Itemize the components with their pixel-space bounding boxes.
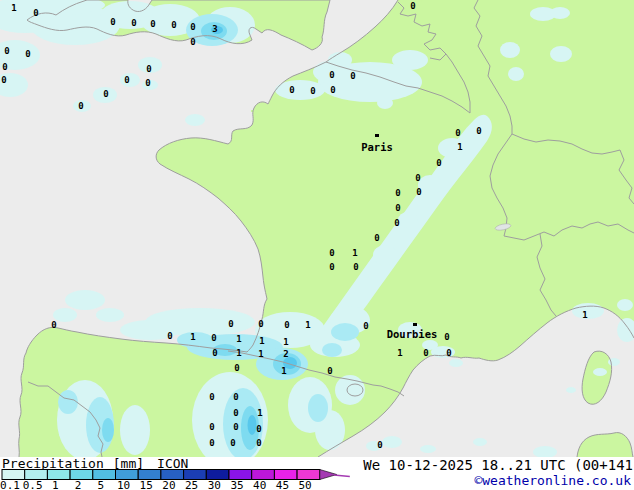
station-value: 0: [146, 64, 151, 74]
station-value: 2: [283, 349, 288, 359]
colorbar-tick-label: 15: [140, 479, 153, 490]
station-value: 0: [150, 19, 155, 29]
station-value: 1: [11, 3, 16, 13]
station-value: 1: [236, 334, 241, 344]
colorbar-tick-label: 10: [117, 479, 130, 490]
station-value: 0: [416, 187, 421, 197]
station-value: 1: [258, 349, 263, 359]
colorbar-tick-label: 1: [52, 479, 59, 490]
station-value: 1: [236, 348, 241, 358]
city-dot: [413, 323, 417, 326]
colorbar-segment: [47, 470, 70, 480]
legend-bar: Precipitation [mm] ICON 0.10.51251015202…: [0, 457, 634, 490]
station-value: 0: [446, 348, 451, 358]
station-value: 0: [377, 440, 382, 450]
station-value: 0: [410, 1, 415, 11]
station-value: 0: [190, 37, 195, 47]
station-value: 0: [1, 75, 6, 85]
station-value: 0: [211, 333, 216, 343]
station-value: 0: [329, 262, 334, 272]
station-value: 0: [476, 126, 481, 136]
station-value: 0: [395, 203, 400, 213]
station-value: 0: [209, 392, 214, 402]
colorbar-tick-label: 50: [298, 479, 311, 490]
station-value: 1: [283, 337, 288, 347]
station-value: 1: [305, 320, 310, 330]
station-value: 0: [33, 8, 38, 18]
station-value: 0: [329, 70, 334, 80]
station-value: 0: [230, 438, 235, 448]
station-value: 0: [310, 86, 315, 96]
station-value: 3: [212, 24, 217, 34]
station-value: 0: [110, 17, 115, 27]
colorbar-tick-label: 25: [185, 479, 198, 490]
station-value: 0: [394, 218, 399, 228]
station-value: 0: [124, 75, 129, 85]
station-value: 0: [234, 363, 239, 373]
colorbar-arrow-tail: [334, 475, 350, 477]
station-value: 0: [455, 128, 460, 138]
station-value: 0: [363, 321, 368, 331]
colorbar-tick-label: 40: [253, 479, 266, 490]
station-value: 0: [103, 89, 108, 99]
station-value: 1: [259, 336, 264, 346]
colorbar-tick-label: 5: [97, 479, 104, 490]
station-value: 0: [78, 101, 83, 111]
colorbar-tick-label: 30: [208, 479, 221, 490]
station-value: 0: [212, 348, 217, 358]
station-value: 1: [582, 310, 587, 320]
station-value: 0: [289, 85, 294, 95]
station-value: 1: [352, 248, 357, 258]
station-value: 0: [395, 188, 400, 198]
colorbar-tick-label: 45: [276, 479, 289, 490]
weather-map-screenshot: 1000000300000000000000000010000000010000…: [0, 0, 634, 490]
station-value: 0: [329, 248, 334, 258]
colorbar-tick-label: 0.1: [0, 479, 20, 490]
valid-datetime: We 10-12-2025 18..21 UTC (00+141: [363, 457, 633, 473]
station-value: 0: [256, 424, 261, 434]
copyright-link[interactable]: ©weatheronline.co.uk: [474, 473, 631, 488]
station-value: 0: [436, 158, 441, 168]
station-value: 1: [257, 408, 262, 418]
station-value: 1: [457, 142, 462, 152]
station-value: 0: [444, 332, 449, 342]
station-value: 0: [2, 62, 7, 72]
station-value: 1: [397, 348, 402, 358]
station-value: 0: [353, 262, 358, 272]
station-value: 1: [281, 366, 286, 376]
colorbar-tick-label: 2: [75, 479, 82, 490]
city-label: Dourbies: [387, 328, 438, 340]
station-value: 0: [350, 71, 355, 81]
colorbar: 0.10.5125101520253035404550: [0, 469, 356, 490]
station-value: 0: [284, 320, 289, 330]
station-value: 0: [145, 78, 150, 88]
colorbar-tick-label: 20: [162, 479, 175, 490]
station-value: 0: [330, 85, 335, 95]
colorbar-tick-label: 35: [230, 479, 243, 490]
station-value: 0: [51, 320, 56, 330]
station-value: 0: [25, 49, 30, 59]
city-dot: [375, 134, 379, 137]
station-value: 0: [209, 438, 214, 448]
station-value: 0: [233, 408, 238, 418]
station-value: 0: [327, 366, 332, 376]
station-value: 0: [190, 22, 195, 32]
precipitation-map: 1000000300000000000000000010000000010000…: [0, 0, 634, 457]
station-value: 0: [374, 233, 379, 243]
station-value: 0: [423, 348, 428, 358]
station-value: 0: [4, 46, 9, 56]
island-channel-2: [213, 171, 216, 173]
station-value: 0: [171, 20, 176, 30]
city-label: Paris: [361, 141, 393, 153]
colorbar-segment: [93, 470, 116, 480]
station-value: 0: [228, 319, 233, 329]
island-channel-1: [206, 156, 209, 158]
colorbar-tick-label: 0.5: [23, 479, 43, 490]
station-value: 1: [190, 332, 195, 342]
station-value: 0: [131, 18, 136, 28]
station-value: 0: [167, 331, 172, 341]
station-value: 0: [258, 319, 263, 329]
station-value: 0: [256, 438, 261, 448]
station-value: 0: [415, 173, 420, 183]
station-value: 0: [209, 422, 214, 432]
